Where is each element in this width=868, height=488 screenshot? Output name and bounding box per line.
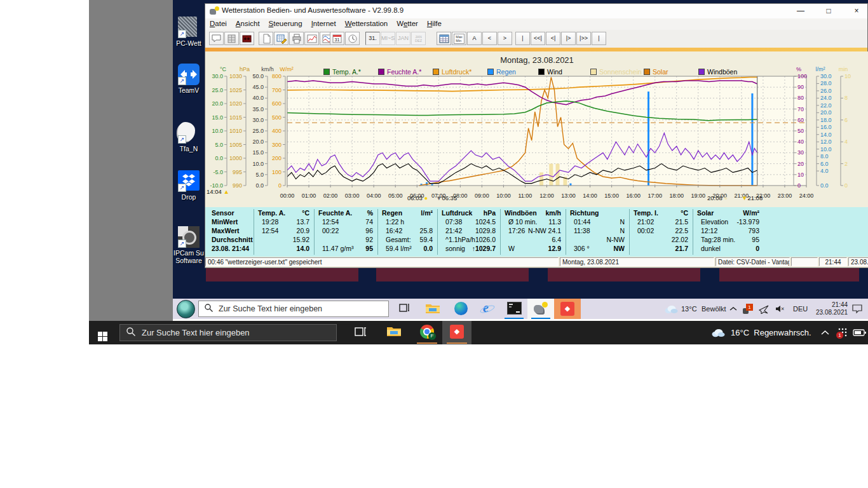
toolbar-button-[interactable]: < — [482, 32, 497, 45]
toolbar-button-[interactable]: |> — [561, 32, 576, 45]
tray-clock[interactable]: 21:4423.08.2021 — [816, 299, 848, 319]
svg-text:20.0: 20.0 — [820, 109, 832, 116]
ipcam-icon[interactable]: ↗ — [178, 226, 200, 248]
video-button[interactable] — [240, 32, 254, 45]
tray-chevron-icon[interactable] — [821, 321, 829, 344]
tray-temperature[interactable]: 13°C — [681, 299, 697, 319]
console-taskbar-button[interactable] — [501, 299, 527, 319]
svg-text:16.0: 16.0 — [820, 124, 832, 130]
line-chart-button[interactable] — [304, 32, 319, 45]
chrome-taskbar-button[interactable]: F — [412, 321, 442, 344]
tray-condition[interactable]: Bewölkt — [702, 299, 726, 319]
table-cell: N — [569, 218, 625, 226]
menu-datei[interactable]: Datei — [205, 18, 231, 27]
svg-text:1020: 1020 — [229, 100, 242, 107]
toolbar-button-a[interactable]: A — [467, 32, 482, 45]
search-input[interactable]: Zur Suche Text hier eingeben — [119, 324, 337, 341]
clock-button[interactable] — [345, 32, 360, 45]
svg-text:500: 500 — [272, 114, 281, 121]
toolbar-button-[interactable]: <<| — [531, 32, 545, 45]
status-field: Montag, 23.08.2021 — [560, 257, 714, 266]
edit-table-button[interactable] — [274, 32, 288, 45]
svg-text:10.0: 10.0 — [820, 146, 832, 152]
toolbar-button-31[interactable]: 31. — [365, 32, 380, 45]
menu-hilfe[interactable]: Hilfe — [423, 18, 446, 27]
title-bar[interactable]: Wetterstation Bedien- und Auswertesoftwa… — [205, 4, 867, 19]
dropbox-icon[interactable]: ↗ — [178, 170, 200, 192]
page-button[interactable] — [259, 32, 273, 45]
toolbar: 3131.MI~SUJANJAN DEZMaxMinA<>|<<|<||>|>>… — [205, 30, 867, 48]
svg-text:25.0: 25.0 — [212, 87, 223, 93]
tray-weather[interactable]: 16°C Regenwahrsch. — [731, 321, 811, 344]
weather-cloud-icon[interactable] — [710, 321, 726, 344]
folder-taskbar-button[interactable] — [379, 321, 409, 344]
grid-badge-icon[interactable]: 1 — [836, 321, 848, 344]
menu-steuerung[interactable]: Steuerung — [264, 18, 307, 27]
svg-text:90: 90 — [797, 84, 804, 90]
start-button[interactable] — [98, 327, 107, 341]
svg-text:0: 0 — [278, 182, 281, 189]
teamviewer-icon[interactable]: ↗ — [178, 64, 200, 85]
svg-text:11:00: 11:00 — [519, 193, 532, 199]
menu-ansicht[interactable]: Ansicht — [231, 18, 264, 27]
tfa-icon[interactable]: ↗ — [178, 122, 200, 144]
folder-icon — [386, 325, 402, 340]
anydesk-taskbar-button[interactable]: ◆ — [442, 321, 471, 344]
ie-taskbar-button[interactable]: e — [474, 299, 501, 319]
toolbar-button-[interactable]: |>> — [576, 32, 591, 45]
svg-text:700: 700 — [272, 87, 281, 93]
svg-text:8.0: 8.0 — [820, 153, 829, 159]
action-center-icon[interactable] — [851, 299, 863, 319]
start-button[interactable] — [177, 300, 195, 321]
battery-icon[interactable] — [853, 321, 867, 344]
legend-windben: Windböen — [698, 68, 737, 76]
menu-wetter[interactable]: Wetter — [392, 18, 423, 27]
weather-cloud-icon[interactable] — [663, 299, 679, 319]
menu-internet[interactable]: Internet — [307, 18, 341, 27]
table-button[interactable] — [437, 32, 451, 45]
folder-taskbar-button[interactable] — [419, 299, 446, 319]
table-cell: N — [569, 227, 625, 234]
svg-text:°C: °C — [220, 66, 227, 72]
airplane-icon[interactable] — [759, 299, 770, 319]
anydesk-icon: ◆ — [450, 325, 464, 339]
language-indicator[interactable]: DEU — [793, 299, 808, 319]
folder-icon — [425, 302, 440, 317]
active-indicator — [447, 342, 467, 344]
printer-button[interactable] — [289, 32, 304, 45]
minimize-button[interactable]: — — [790, 5, 811, 17]
svg-text:13:00: 13:00 — [561, 193, 576, 199]
weather-app-taskbar-button[interactable] — [527, 299, 554, 319]
menu-wetterstation[interactable]: Wetterstation — [341, 18, 393, 27]
maxmin-button[interactable]: MaxMin — [452, 32, 466, 45]
chrome-icon: F — [420, 325, 434, 341]
close-button[interactable]: × — [846, 5, 867, 17]
tray-chevron-icon[interactable] — [729, 299, 737, 319]
table-header-unit: l/m² — [381, 209, 433, 217]
edge-taskbar-button[interactable] — [447, 299, 474, 319]
table-cell: 11.3 — [503, 218, 561, 226]
legend-swatch — [698, 69, 705, 75]
toolbar-button-[interactable]: | — [515, 32, 530, 45]
speech-bubble-button[interactable] — [209, 32, 224, 45]
maximize-button[interactable]: □ — [818, 5, 839, 17]
task-view-light-taskbar-button[interactable] — [346, 321, 376, 344]
legend-swatch — [590, 69, 597, 75]
svg-text:10: 10 — [844, 73, 851, 79]
svg-text:km/h: km/h — [261, 66, 274, 72]
toolbar-button-[interactable]: > — [498, 32, 512, 45]
desktop-icon-label: Drop — [173, 193, 205, 201]
search-icon — [126, 327, 136, 339]
pcwett-icon[interactable]: ↗ — [178, 17, 200, 38]
calendar-day-button[interactable]: 31 — [330, 32, 344, 45]
ledger-button[interactable] — [224, 32, 239, 45]
svg-text:10.0: 10.0 — [252, 161, 264, 167]
anydesk-taskbar-button[interactable]: ◆ — [554, 299, 581, 319]
search-input[interactable]: Zur Suche Text hier eingeben — [198, 301, 389, 317]
mute-icon[interactable]: × — [775, 299, 786, 319]
toolbar-button-[interactable]: | — [592, 32, 606, 45]
notification-badge-icon[interactable]: 1 — [742, 299, 753, 319]
task-view-taskbar-button[interactable] — [391, 299, 418, 319]
toolbar-button-[interactable]: <| — [546, 32, 560, 45]
svg-text:24:00: 24:00 — [799, 193, 814, 199]
